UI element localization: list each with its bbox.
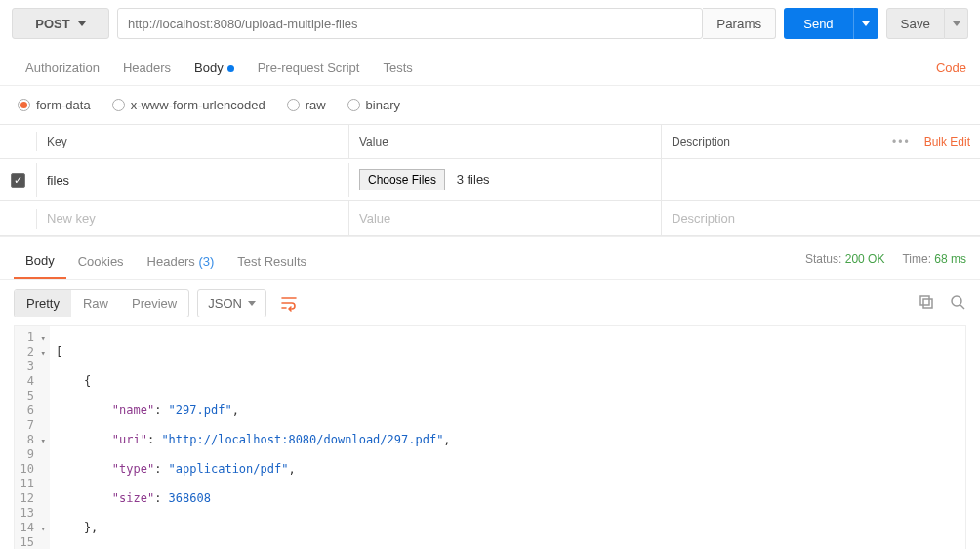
body-type-selector: form-data x-www-form-urlencoded raw bina…	[0, 86, 980, 124]
status-value: 200 OK	[845, 252, 885, 266]
request-bar: POST Params Send Save	[0, 0, 980, 47]
view-preview[interactable]: Preview	[120, 290, 188, 317]
save-caret-button[interactable]	[945, 8, 968, 39]
table-header: Key Value Description ••• Bulk Edit	[0, 125, 980, 159]
form-data-table: Key Value Description ••• Bulk Edit ✓ fi…	[0, 124, 980, 236]
request-tabs: Authorization Headers Body Pre-request S…	[0, 47, 980, 86]
response-tabs: Body Cookies Headers (3) Test Results St…	[0, 236, 980, 279]
save-button[interactable]: Save	[886, 8, 945, 39]
file-count-label: 3 files	[457, 172, 490, 187]
col-key-header: Key	[37, 125, 349, 158]
svg-rect-0	[920, 296, 929, 305]
viewer-right-icons	[918, 293, 966, 314]
row-key-cell[interactable]: files	[37, 163, 349, 197]
radio-label: x-www-form-urlencoded	[131, 98, 265, 112]
save-group: Save	[886, 8, 968, 39]
view-raw[interactable]: Raw	[71, 290, 120, 317]
new-key-input[interactable]: New key	[37, 201, 349, 235]
resp-tab-body[interactable]: Body	[14, 247, 66, 279]
resp-tab-test-results[interactable]: Test Results	[225, 248, 318, 278]
more-icon[interactable]: •••	[892, 135, 911, 148]
radio-label: binary	[366, 98, 400, 112]
resp-headers-label: Headers	[147, 254, 195, 269]
chevron-down-icon	[953, 21, 960, 26]
viewer-toolbar: Pretty Raw Preview JSON	[0, 279, 980, 325]
tab-tests[interactable]: Tests	[371, 55, 424, 85]
row-checkbox-cell	[0, 209, 37, 229]
svg-point-2	[952, 296, 961, 306]
copy-icon[interactable]	[918, 293, 935, 314]
time-label: Time:	[902, 252, 931, 266]
response-body-viewer[interactable]: 1▾ 2▾ 3 4 5 6 7 8▾ 9 10 11 12 13 14▾ 15 …	[14, 325, 966, 549]
generate-code-link[interactable]: Code	[936, 55, 966, 85]
unsaved-dot-icon	[227, 65, 234, 72]
resp-tab-headers[interactable]: Headers (3)	[136, 248, 226, 278]
status-label: Status:	[805, 252, 841, 266]
radio-icon	[112, 99, 125, 111]
chevron-down-icon	[78, 21, 86, 26]
radio-icon	[18, 99, 30, 111]
tab-authorization[interactable]: Authorization	[14, 55, 111, 85]
code-lines: [ { "name": "297.pdf", "uri": "http://lo…	[50, 326, 965, 549]
send-caret-button[interactable]	[853, 8, 878, 39]
radio-raw[interactable]: raw	[287, 98, 326, 112]
table-row: ✓ files Choose Files 3 files	[0, 159, 980, 201]
params-button[interactable]: Params	[703, 8, 776, 39]
col-desc-header: Description ••• Bulk Edit	[662, 125, 980, 158]
radio-label: raw	[306, 98, 326, 112]
tab-body[interactable]: Body	[183, 55, 246, 85]
resp-tab-cookies[interactable]: Cookies	[66, 248, 136, 278]
line-gutter: 1▾ 2▾ 3 4 5 6 7 8▾ 9 10 11 12 13 14▾ 15 …	[15, 326, 50, 549]
svg-rect-1	[923, 299, 932, 308]
wrap-lines-button[interactable]	[274, 288, 304, 317]
row-desc-cell[interactable]	[662, 170, 980, 190]
format-select[interactable]: JSON	[197, 289, 266, 317]
tab-prerequest[interactable]: Pre-request Script	[246, 55, 372, 85]
url-input[interactable]	[117, 8, 703, 39]
bulk-edit-link[interactable]: Bulk Edit	[924, 135, 970, 148]
row-checkbox-cell: ✓	[0, 163, 37, 197]
radio-binary[interactable]: binary	[347, 98, 400, 112]
col-check	[0, 132, 37, 151]
format-label: JSON	[208, 296, 242, 311]
send-group: Send	[784, 8, 878, 39]
view-pretty[interactable]: Pretty	[15, 290, 71, 317]
chevron-down-icon	[862, 21, 870, 26]
http-method-select[interactable]: POST	[12, 8, 109, 39]
time-value: 68 ms	[934, 252, 966, 266]
row-value-cell: Choose Files 3 files	[349, 159, 662, 200]
tab-body-label: Body	[194, 61, 224, 75]
search-icon[interactable]	[949, 293, 966, 314]
col-desc-label: Description	[672, 135, 730, 148]
radio-icon	[347, 99, 360, 111]
view-mode-segment: Pretty Raw Preview	[14, 289, 189, 317]
radio-urlencoded[interactable]: x-www-form-urlencoded	[112, 98, 265, 112]
choose-files-button[interactable]: Choose Files	[359, 169, 445, 190]
checkbox-checked-icon[interactable]: ✓	[11, 173, 25, 188]
http-method-label: POST	[35, 17, 69, 31]
response-status: Status: 200 OK Time: 68 ms	[805, 252, 966, 275]
radio-form-data[interactable]: form-data	[18, 98, 91, 112]
svg-line-3	[960, 305, 964, 309]
col-value-header: Value	[349, 125, 662, 158]
new-value-input[interactable]: Value	[349, 201, 662, 235]
table-row-new: New key Value Description	[0, 201, 980, 236]
resp-headers-count: (3)	[198, 254, 214, 269]
radio-icon	[287, 99, 300, 111]
send-button[interactable]: Send	[784, 8, 852, 39]
chevron-down-icon	[248, 301, 256, 306]
new-desc-input[interactable]: Description	[662, 201, 980, 235]
tab-headers[interactable]: Headers	[111, 55, 183, 85]
radio-label: form-data	[36, 98, 91, 112]
